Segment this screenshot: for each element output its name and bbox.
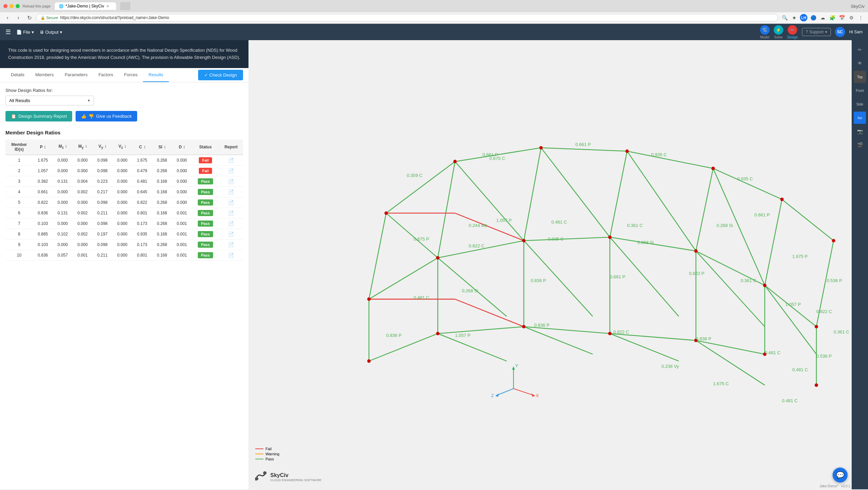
cell-member-id: 5 [5, 197, 33, 208]
tab-members[interactable]: Members [30, 68, 59, 82]
new-tab-button[interactable] [120, 2, 130, 10]
extension4-icon[interactable]: 📅 [838, 14, 846, 21]
output-icon: 🖥 [39, 30, 44, 35]
tab-forces[interactable]: Forces [118, 68, 143, 82]
report-icon[interactable]: 📄 [228, 168, 234, 174]
cell-p: 0.822 [33, 197, 53, 208]
check-design-button[interactable]: ✓ Check Design [198, 70, 243, 80]
forward-button[interactable]: › [14, 14, 22, 22]
report-icon[interactable]: 📄 [228, 242, 234, 247]
bookmark-icon[interactable]: ★ [790, 14, 798, 21]
cell-c: 0.801 [132, 208, 152, 218]
cell-mz: 0.000 [53, 186, 73, 197]
screenshot-button[interactable]: 📷 [854, 125, 866, 137]
report-icon[interactable]: 📄 [228, 158, 234, 163]
svg-point-57 [436, 256, 439, 260]
cell-mz: 0.131 [53, 176, 73, 186]
report-icon[interactable]: 📄 [228, 210, 234, 216]
tab-parameters[interactable]: Parameters [59, 68, 93, 82]
svg-text:0.359 C: 0.359 C [407, 173, 422, 178]
svg-point-53 [711, 167, 715, 170]
maximize-traffic-light[interactable] [16, 4, 20, 8]
svg-text:0.268 Si: 0.268 Si [638, 240, 654, 245]
report-icon[interactable]: 📄 [228, 200, 234, 205]
extension3-icon[interactable]: 🧩 [829, 14, 836, 21]
nav-solve[interactable]: ⚡ Solve [774, 25, 783, 39]
warning-line [255, 454, 263, 454]
cell-report[interactable]: 📄 [219, 208, 243, 218]
video-button[interactable]: 🎬 [854, 139, 866, 151]
cell-p: 0.382 [33, 176, 53, 186]
front-view-button[interactable]: Front [854, 84, 866, 97]
edit-view-button[interactable]: ✏ [854, 44, 866, 56]
close-traffic-light[interactable] [3, 4, 7, 8]
report-icon[interactable]: 📄 [228, 189, 234, 195]
cell-mz: 0.057 [53, 250, 73, 260]
cell-report[interactable]: 📄 [219, 165, 243, 176]
menu-icon[interactable]: ⋮ [857, 14, 865, 21]
report-icon[interactable]: 📄 [228, 221, 234, 226]
cell-report[interactable]: 📄 [219, 218, 243, 229]
tab-factors[interactable]: Factors [93, 68, 118, 82]
extension5-icon[interactable]: ⚙ [848, 14, 855, 21]
give-feedback-button[interactable]: 👍 👎 Give us Feedback [76, 111, 137, 121]
output-menu[interactable]: 🖥 Output ▾ [39, 30, 62, 35]
cell-p: 1.675 [33, 155, 53, 166]
report-icon[interactable]: 📄 [228, 252, 234, 258]
cell-d: 0.000 [172, 176, 192, 186]
design-summary-report-button[interactable]: 📋 Design Summary Report [5, 111, 72, 121]
user-avatar[interactable]: SC [835, 27, 845, 37]
cell-report[interactable]: 📄 [219, 155, 243, 166]
tab-results[interactable]: Results [143, 68, 168, 82]
extension1-icon[interactable]: 🔵 [809, 14, 817, 21]
top-view-button[interactable]: Top [854, 71, 866, 83]
app-header: ☰ 📄 File ▾ 🖥 Output ▾ 🏗 Model ⚡ Solve ✏ … [0, 24, 868, 40]
design-icon: ✏ [788, 25, 797, 35]
report-icon[interactable]: 📄 [228, 231, 234, 237]
toolbar-icons: 🔍 ★ LH 🔵 ☁ 🧩 📅 ⚙ ⋮ [781, 14, 865, 21]
svg-text:0.822 C: 0.822 C [816, 309, 832, 314]
report-icon[interactable]: 📄 [228, 179, 234, 184]
svg-text:0.536 P: 0.536 P [827, 278, 842, 283]
cell-report[interactable]: 📄 [219, 229, 243, 239]
reload-button[interactable]: ↻ [25, 14, 33, 22]
cell-member-id: 3 [5, 176, 33, 186]
cell-report[interactable]: 📄 [219, 176, 243, 186]
cell-report[interactable]: 📄 [219, 186, 243, 197]
all-results-dropdown[interactable]: All Results Pass Only Fail Only Warning … [5, 96, 94, 105]
cell-p: 1.057 [33, 165, 53, 176]
tab-details[interactable]: Details [5, 68, 30, 82]
cell-vz: 0.000 [112, 250, 132, 260]
version-badge: Jake-Demo* v3.0.1 [819, 484, 850, 488]
cell-mz: 0.131 [53, 208, 73, 218]
action-buttons: 📋 Design Summary Report 👍 👎 Give us Feed… [5, 111, 243, 121]
extension2-icon[interactable]: ☁ [819, 14, 826, 21]
svg-text:0.661 P: 0.661 P [754, 212, 770, 217]
cell-member-id: 2 [5, 165, 33, 176]
browser-tab[interactable]: 🌐 *Jake-Demo | SkyCiv ✕ [55, 2, 116, 10]
svg-point-50 [453, 160, 457, 163]
svg-point-51 [539, 146, 543, 149]
search-icon[interactable]: 🔍 [781, 14, 788, 21]
support-button[interactable]: ? Support ▾ [802, 28, 831, 36]
iso-view-button[interactable]: Iso [854, 112, 866, 124]
cell-report[interactable]: 📄 [219, 250, 243, 260]
eye-view-button[interactable]: 👁 [854, 57, 866, 69]
hamburger-menu[interactable]: ☰ [5, 28, 11, 36]
cell-report[interactable]: 📄 [219, 197, 243, 208]
svg-text:0.661 P: 0.661 P [610, 274, 625, 279]
tab-close-button[interactable]: ✕ [106, 4, 109, 9]
nav-model[interactable]: 🏗 Model [760, 25, 770, 39]
svg-text:0.836 P: 0.836 P [696, 336, 711, 341]
user-profile-icon[interactable]: LH [800, 14, 807, 21]
cell-mz: 0.000 [53, 239, 73, 250]
cell-report[interactable]: 📄 [219, 239, 243, 250]
side-view-button[interactable]: Side [854, 98, 866, 110]
address-bar[interactable]: 🔒 Secure https://dev.skyciv.com/structur… [36, 14, 778, 21]
file-menu[interactable]: 📄 File ▾ [16, 30, 34, 35]
nav-design[interactable]: ✏ Design [787, 25, 798, 39]
cell-c: 0.173 [132, 239, 152, 250]
chat-button[interactable]: 💬 [833, 468, 848, 483]
back-button[interactable]: ‹ [3, 14, 12, 22]
minimize-traffic-light[interactable] [10, 4, 14, 8]
